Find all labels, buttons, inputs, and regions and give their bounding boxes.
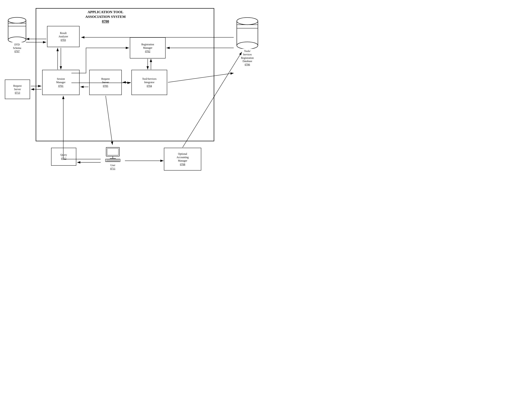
computer-icon [103, 147, 122, 163]
session-manager-label: SessionManager [56, 77, 66, 84]
session-manager-id: 0701 [58, 85, 63, 88]
main-title-id: 0700 [73, 19, 138, 24]
tools-db-id: 0706 [241, 63, 254, 66]
tools-db-icon [235, 16, 260, 49]
tools-db-cylinder: Tools/ServicesRegistrationDatabase 0706 [234, 16, 261, 66]
dtd-schema-text: DTDSchema [13, 43, 21, 50]
query-id: 0712 [61, 157, 66, 160]
tool-integrator-label: Tool/ServicesIntegrator [142, 77, 157, 84]
tools-db-text: Tools/ServicesRegistrationDatabase [241, 50, 254, 63]
registration-manager-id: 0702 [145, 50, 150, 53]
svg-rect-1 [107, 148, 118, 155]
session-manager-box: SessionManager 0701 [42, 70, 80, 95]
diagram-container: APPLICATION TOOL ASSOCIATION SYSTEM 0700… [0, 0, 266, 199]
svg-point-25 [237, 18, 258, 25]
main-title-line2: ASSOCIATION SYSTEM [73, 14, 138, 19]
tool-integrator-box: Tool/ServicesIntegrator 0704 [132, 70, 167, 95]
request-server-ext-box: RequestServer 0713 [5, 80, 30, 99]
registration-manager-box: RegistrationManager 0702 [130, 37, 165, 58]
user-id: 0711 [110, 167, 115, 171]
dtd-schema-id: 0707 [13, 50, 21, 53]
query-box: Query 0712 [51, 148, 76, 166]
user-text: User [110, 164, 115, 167]
dtd-schema-icon [6, 16, 28, 42]
request-server-inner-label: RequestServer [101, 77, 110, 84]
tools-db-label: Tools/ServicesRegistrationDatabase 0706 [241, 50, 254, 66]
dtd-schema-label: DTDSchema 0707 [13, 43, 21, 53]
svg-point-28 [237, 42, 258, 49]
svg-point-23 [8, 37, 26, 42]
svg-point-20 [8, 17, 26, 23]
accounting-manager-label: OptionalAccountingManager [177, 152, 189, 162]
user-label: User 0711 [110, 164, 115, 171]
request-server-inner-id: 0705 [103, 85, 108, 88]
tool-integrator-id: 0704 [147, 85, 152, 88]
result-analyzer-id: 0703 [61, 39, 66, 42]
accounting-manager-box: OptionalAccountingManager 0708 [164, 148, 201, 171]
query-label: Query [61, 153, 67, 157]
result-analyzer-label: ResultAnalyzer [59, 32, 68, 38]
request-server-ext-label: RequestServer [13, 84, 22, 91]
request-server-inner-box: RequestServer 0705 [89, 70, 122, 95]
result-analyzer-box: ResultAnalyzer 0703 [47, 26, 80, 47]
user-computer: User 0711 [101, 145, 125, 173]
registration-manager-label: RegistrationManager [141, 43, 154, 50]
dtd-schema-cylinder: DTDSchema 0707 [5, 16, 29, 53]
main-title-line1: APPLICATION TOOL [73, 10, 138, 14]
main-title: APPLICATION TOOL ASSOCIATION SYSTEM 0700 [73, 10, 138, 24]
accounting-manager-id: 0708 [180, 163, 185, 166]
request-server-ext-id: 0713 [15, 91, 20, 94]
